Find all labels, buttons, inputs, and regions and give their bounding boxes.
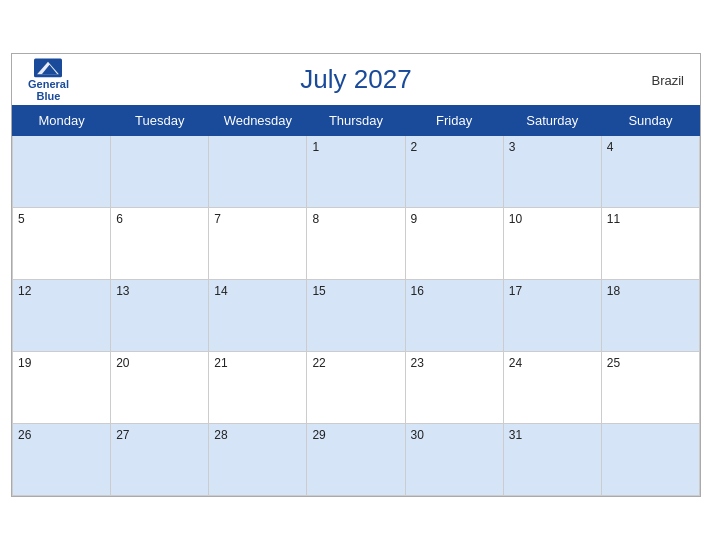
country-label: Brazil [651, 72, 684, 87]
table-row: 25 [601, 352, 699, 424]
day-number: 6 [116, 212, 123, 226]
table-row: 28 [209, 424, 307, 496]
table-row: 1 [307, 136, 405, 208]
day-number: 24 [509, 356, 522, 370]
day-number: 13 [116, 284, 129, 298]
table-row: 26 [13, 424, 111, 496]
day-number: 12 [18, 284, 31, 298]
day-number: 26 [18, 428, 31, 442]
table-row: 16 [405, 280, 503, 352]
day-number: 23 [411, 356, 424, 370]
day-number: 30 [411, 428, 424, 442]
day-number: 4 [607, 140, 614, 154]
table-row [111, 136, 209, 208]
table-row: 17 [503, 280, 601, 352]
day-number: 15 [312, 284, 325, 298]
table-row: 13 [111, 280, 209, 352]
weekday-tuesday: Tuesday [111, 106, 209, 136]
table-row: 20 [111, 352, 209, 424]
day-number: 22 [312, 356, 325, 370]
day-number: 25 [607, 356, 620, 370]
table-row: 19 [13, 352, 111, 424]
calendar-week-row: 262728293031 [13, 424, 700, 496]
table-row: 9 [405, 208, 503, 280]
table-row: 10 [503, 208, 601, 280]
day-number: 7 [214, 212, 221, 226]
day-number: 19 [18, 356, 31, 370]
calendar-week-row: 19202122232425 [13, 352, 700, 424]
day-number: 28 [214, 428, 227, 442]
table-row: 2 [405, 136, 503, 208]
table-row [601, 424, 699, 496]
table-row: 30 [405, 424, 503, 496]
weekday-sunday: Sunday [601, 106, 699, 136]
table-row: 29 [307, 424, 405, 496]
day-number: 31 [509, 428, 522, 442]
calendar-grid: Monday Tuesday Wednesday Thursday Friday… [12, 105, 700, 496]
day-number: 27 [116, 428, 129, 442]
table-row: 6 [111, 208, 209, 280]
table-row: 27 [111, 424, 209, 496]
day-number: 18 [607, 284, 620, 298]
day-number: 10 [509, 212, 522, 226]
table-row: 24 [503, 352, 601, 424]
table-row: 18 [601, 280, 699, 352]
weekday-friday: Friday [405, 106, 503, 136]
table-row: 4 [601, 136, 699, 208]
weekday-wednesday: Wednesday [209, 106, 307, 136]
table-row: 5 [13, 208, 111, 280]
table-row: 7 [209, 208, 307, 280]
day-number: 29 [312, 428, 325, 442]
table-row: 3 [503, 136, 601, 208]
day-number: 20 [116, 356, 129, 370]
day-number: 16 [411, 284, 424, 298]
day-number: 2 [411, 140, 418, 154]
day-number: 9 [411, 212, 418, 226]
table-row: 21 [209, 352, 307, 424]
day-number: 1 [312, 140, 319, 154]
weekday-monday: Monday [13, 106, 111, 136]
calendar-week-row: 1234 [13, 136, 700, 208]
calendar-container: General Blue July 2027 Brazil Monday Tue… [11, 53, 701, 497]
table-row: 14 [209, 280, 307, 352]
day-number: 11 [607, 212, 620, 226]
day-number: 17 [509, 284, 522, 298]
calendar-week-row: 567891011 [13, 208, 700, 280]
brand-logo: General Blue [28, 57, 69, 101]
weekday-saturday: Saturday [503, 106, 601, 136]
day-number: 3 [509, 140, 516, 154]
day-number: 8 [312, 212, 319, 226]
table-row: 23 [405, 352, 503, 424]
day-number: 14 [214, 284, 227, 298]
table-row: 8 [307, 208, 405, 280]
calendar-header: General Blue July 2027 Brazil [12, 54, 700, 105]
calendar-week-row: 12131415161718 [13, 280, 700, 352]
brand-name-line1: General [28, 77, 69, 89]
table-row [209, 136, 307, 208]
brand-name-line2: Blue [37, 90, 61, 102]
table-row: 31 [503, 424, 601, 496]
table-row: 15 [307, 280, 405, 352]
table-row [13, 136, 111, 208]
table-row: 12 [13, 280, 111, 352]
weekday-thursday: Thursday [307, 106, 405, 136]
calendar-title: July 2027 [300, 64, 411, 95]
day-number: 5 [18, 212, 25, 226]
table-row: 22 [307, 352, 405, 424]
table-row: 11 [601, 208, 699, 280]
weekday-header-row: Monday Tuesday Wednesday Thursday Friday… [13, 106, 700, 136]
day-number: 21 [214, 356, 227, 370]
